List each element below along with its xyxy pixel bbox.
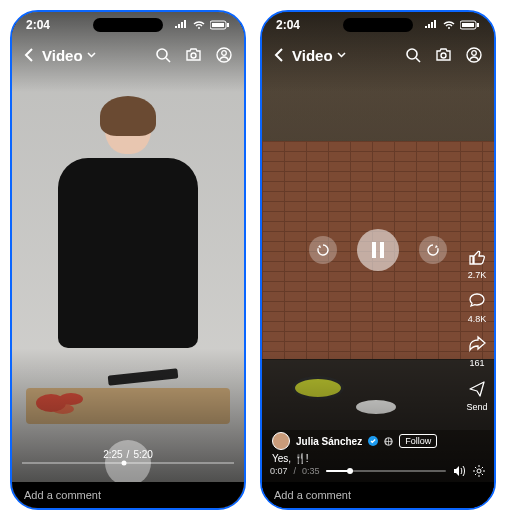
profile-icon[interactable] [466, 47, 482, 63]
comment-bar[interactable]: Add a comment [12, 482, 244, 508]
svg-point-11 [441, 53, 446, 58]
send-label: Send [466, 402, 487, 412]
wifi-icon [442, 20, 456, 30]
progress-track[interactable] [326, 470, 446, 472]
comment-icon [466, 290, 488, 312]
progress-knob[interactable] [347, 468, 353, 474]
like-count: 2.7K [468, 270, 487, 280]
time-elapsed: 0:07 [270, 466, 288, 476]
signal-icon [174, 20, 188, 30]
svg-rect-1 [212, 23, 224, 27]
verified-badge-icon [368, 436, 378, 446]
time-total: 0:35 [302, 466, 320, 476]
forward-button[interactable] [419, 236, 447, 264]
share-button[interactable]: 161 [466, 334, 488, 368]
top-nav: Video [12, 38, 244, 72]
pause-button[interactable] [357, 229, 399, 271]
back-icon[interactable] [24, 48, 34, 62]
svg-point-16 [477, 469, 481, 473]
nav-title-text: Video [292, 47, 333, 64]
camera-icon[interactable] [435, 48, 452, 62]
comment-placeholder: Add a comment [274, 489, 351, 501]
avatar[interactable] [272, 432, 290, 450]
camera-icon[interactable] [185, 48, 202, 62]
svg-rect-2 [227, 23, 229, 27]
thumbs-up-icon [466, 246, 488, 268]
svg-rect-8 [462, 23, 474, 27]
svg-rect-9 [477, 23, 479, 27]
scrub-knob[interactable] [105, 440, 151, 486]
chevron-down-icon [337, 52, 346, 58]
playback-controls [309, 229, 447, 271]
globe-icon [384, 437, 393, 446]
back-icon[interactable] [274, 48, 284, 62]
search-icon[interactable] [405, 47, 421, 63]
comment-placeholder: Add a comment [24, 489, 101, 501]
action-rail: 2.7K 4.8K 161 Send [466, 246, 488, 412]
clock: 2:04 [26, 18, 50, 32]
svg-point-4 [191, 53, 196, 58]
battery-icon [460, 20, 480, 30]
progress-row: 0:07 / 0:35 [270, 464, 486, 478]
send-icon [466, 378, 488, 400]
author-row: Julia Sánchez Follow [272, 432, 454, 450]
comment-button[interactable]: 4.8K [466, 290, 488, 324]
time-separator: / [294, 466, 297, 476]
search-icon[interactable] [155, 47, 171, 63]
phone-frame-right: 2:04 Video 2.7K [260, 10, 496, 510]
chevron-down-icon [87, 52, 96, 58]
phone-frame-left: 2:04 Video 2:25 / 5:20 Add a comment [10, 10, 246, 510]
svg-point-10 [407, 49, 417, 59]
svg-point-3 [157, 49, 167, 59]
comment-bar[interactable]: Add a comment [262, 482, 494, 508]
figure-chef [53, 102, 203, 362]
nav-title[interactable]: Video [292, 47, 397, 64]
battery-icon [210, 20, 230, 30]
volume-icon[interactable] [452, 464, 466, 478]
clock: 2:04 [276, 18, 300, 32]
svg-point-13 [472, 51, 477, 56]
follow-button[interactable]: Follow [399, 434, 437, 448]
comment-count: 4.8K [468, 314, 487, 324]
like-button[interactable]: 2.7K [466, 246, 488, 280]
svg-point-6 [222, 51, 227, 56]
share-icon [466, 334, 488, 356]
notch [93, 18, 163, 32]
rewind-button[interactable] [309, 236, 337, 264]
send-button[interactable]: Send [466, 378, 488, 412]
nav-title-text: Video [42, 47, 83, 64]
share-count: 161 [469, 358, 484, 368]
top-nav: Video [262, 38, 494, 72]
notch [343, 18, 413, 32]
caption: Yes, 🍴! [272, 453, 309, 464]
settings-icon[interactable] [472, 464, 486, 478]
nav-title[interactable]: Video [42, 47, 147, 64]
wifi-icon [192, 20, 206, 30]
author-name[interactable]: Julia Sánchez [296, 436, 362, 447]
profile-icon[interactable] [216, 47, 232, 63]
signal-icon [424, 20, 438, 30]
